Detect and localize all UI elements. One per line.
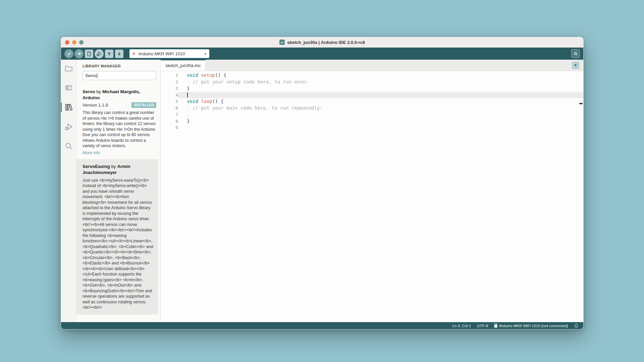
debug-icon xyxy=(96,51,102,57)
folder-icon xyxy=(64,64,73,73)
line-number: 3 xyxy=(161,85,178,92)
text-caret xyxy=(97,73,97,78)
disconnected-x-icon: × xyxy=(132,51,135,56)
status-bar: Ln 4, Col 1 UTF-8 Arduino MKR WiFi 1010 … xyxy=(61,322,583,329)
code-line[interactable]: 1void setup() { xyxy=(161,72,583,79)
sidebar-item-debugger[interactable] xyxy=(61,121,76,132)
panel-title: LIBRARY MANAGER xyxy=(76,60,160,68)
code-line[interactable]: 3} xyxy=(161,85,583,92)
tab-sketch[interactable]: sketch_jun30a.ino xyxy=(161,60,206,71)
search-icon xyxy=(64,141,73,151)
library-description: This library can control a great number … xyxy=(83,110,156,149)
indent-guide xyxy=(188,111,189,118)
library-entry-title: Servo by Michael Margolis, Arduino xyxy=(83,89,156,101)
sidebar-item-boards-manager[interactable] xyxy=(61,82,76,93)
library-version: Version 1.1.8 xyxy=(83,103,108,108)
zoom-window-button[interactable] xyxy=(79,40,84,45)
library-manager-panel: LIBRARY MANAGER Servo Servo by Michael M… xyxy=(76,60,161,322)
verify-button[interactable] xyxy=(64,49,73,58)
chevron-down-icon: ▾ xyxy=(205,52,206,56)
board-status[interactable]: Arduino MKR WiFi 1010 [not connected] xyxy=(494,323,568,328)
upload-button[interactable] xyxy=(74,49,84,58)
window-title: sketch_jun30a | Arduino IDE 2.0.0-rc8 xyxy=(287,40,365,45)
new-sketch-button[interactable] xyxy=(85,50,93,58)
indent-guide xyxy=(188,79,189,85)
close-window-button[interactable] xyxy=(65,40,69,45)
save-button[interactable] xyxy=(115,50,123,58)
line-content: } xyxy=(178,118,583,125)
traffic-lights xyxy=(65,40,84,45)
line-number: 2 xyxy=(161,79,178,85)
line-number: 5 xyxy=(161,98,178,105)
library-description: Just use <b>myServo.easeTo()</b> instead… xyxy=(83,178,154,310)
tab-label: sketch_jun30a.ino xyxy=(165,63,201,68)
magnifier-icon xyxy=(573,51,578,56)
line-content: // put your setup code here, to run once… xyxy=(178,79,583,85)
library-search-input[interactable]: Servo xyxy=(83,71,156,80)
books-icon xyxy=(64,103,73,112)
notifications-button[interactable] xyxy=(574,323,579,328)
board-selector[interactable]: × Arduino MKR WiFi 1010 ▾ xyxy=(129,49,209,58)
board-icon xyxy=(494,323,497,328)
activity-bar xyxy=(61,60,76,322)
sidebar-item-search[interactable] xyxy=(61,141,76,152)
line-content: void setup() { xyxy=(178,72,583,79)
line-content xyxy=(178,92,583,99)
library-entry-title: ServoEasing by Armin Joachimsmeyer xyxy=(83,164,154,176)
library-results-list: Servo by Michael Margolis, ArduinoVersio… xyxy=(76,85,160,322)
code-line[interactable]: 9 xyxy=(161,124,583,131)
bell-icon xyxy=(574,323,579,328)
line-number: 7 xyxy=(161,111,178,118)
sidebar-item-sketchbook[interactable] xyxy=(61,63,76,74)
code-editor[interactable]: 1void setup() {2 // put your setup code … xyxy=(161,71,583,322)
sidebar-item-library-manager[interactable] xyxy=(61,102,76,113)
indent-guide xyxy=(188,105,189,112)
editor-tab-bar: sketch_jun30a.ino ▼ xyxy=(161,60,583,71)
overview-ruler-cursor-mark xyxy=(579,103,583,104)
debug-icon xyxy=(64,122,73,131)
line-number: 4 xyxy=(161,92,178,99)
cursor-position: Ln 4, Col 1 xyxy=(452,324,471,328)
code-line[interactable]: 2 // put your setup code here, to run on… xyxy=(161,79,583,85)
document-icon xyxy=(87,51,92,56)
search-input-value: Servo xyxy=(85,73,97,78)
line-number: 8 xyxy=(161,118,178,125)
code-line[interactable]: 5void loop() { xyxy=(161,98,583,105)
library-entry-servo[interactable]: Servo by Michael Margolis, ArduinoVersio… xyxy=(76,85,160,159)
line-number: 6 xyxy=(161,105,178,112)
installed-badge: INSTALLED xyxy=(131,102,156,108)
library-entry-servoeasing[interactable]: ServoEasing by Armin JoachimsmeyerJust u… xyxy=(76,159,158,314)
open-button[interactable] xyxy=(105,50,113,58)
check-icon xyxy=(66,51,72,56)
arduino-app-icon: ∞ xyxy=(279,40,285,45)
code-line[interactable]: 8} xyxy=(161,118,583,125)
arduino-ide-window: ∞ sketch_jun30a | Arduino IDE 2.0.0-rc8 … xyxy=(61,37,584,329)
editor-dropdown-button[interactable]: ▼ xyxy=(572,62,579,69)
line-content: } xyxy=(178,85,583,92)
more-info-link[interactable]: More info xyxy=(83,150,100,155)
line-number: 1 xyxy=(161,72,178,79)
line-content xyxy=(178,111,583,118)
titlebar[interactable]: ∞ sketch_jun30a | Arduino IDE 2.0.0-rc8 xyxy=(61,37,583,48)
serial-monitor-button[interactable] xyxy=(571,49,580,58)
arrow-right-icon xyxy=(76,51,82,56)
chip-icon xyxy=(64,83,73,93)
code-line[interactable]: 7 xyxy=(161,111,583,118)
chevron-down-icon: ▼ xyxy=(574,63,577,67)
toolbar: × Arduino MKR WiFi 1010 ▾ xyxy=(61,48,583,60)
code-line[interactable]: 6 // put your main code here, to run rep… xyxy=(161,105,583,112)
text-cursor xyxy=(187,93,188,98)
code-line[interactable]: 4 xyxy=(161,92,583,99)
line-content: // put your main code here, to run repea… xyxy=(178,105,583,112)
arrow-down-icon xyxy=(117,51,122,56)
arrow-up-icon xyxy=(107,51,112,56)
line-content xyxy=(178,124,583,131)
line-number: 9 xyxy=(161,124,178,131)
minimize-window-button[interactable] xyxy=(72,40,76,45)
debug-button[interactable] xyxy=(95,49,104,58)
encoding: UTF-8 xyxy=(477,324,488,328)
editor-area: sketch_jun30a.ino ▼ 1void setup() {2 // … xyxy=(161,60,583,322)
board-selector-value: Arduino MKR WiFi 1010 xyxy=(138,51,202,56)
line-content: void loop() { xyxy=(178,98,583,105)
